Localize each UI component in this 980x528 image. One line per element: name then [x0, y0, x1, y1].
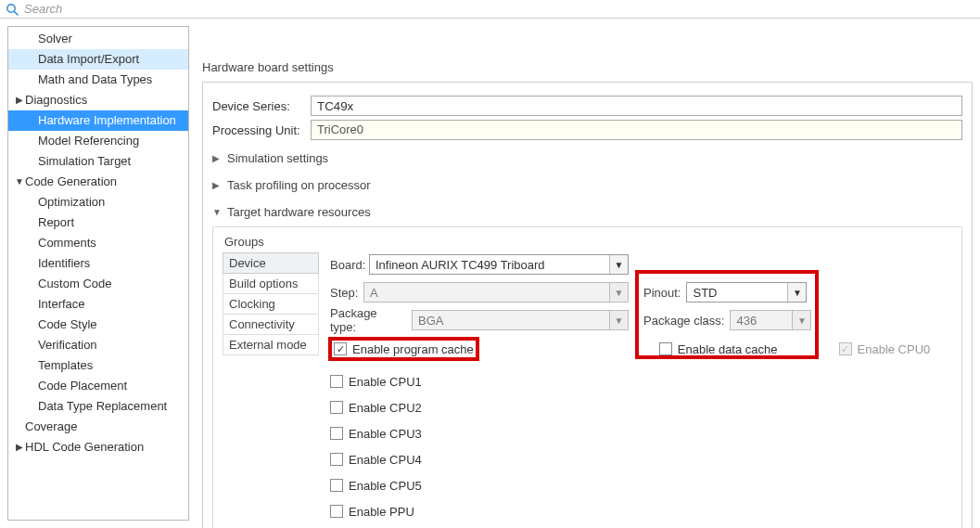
nav-item-label: Simulation Target — [38, 153, 131, 170]
enable-cpu2-row[interactable]: Enable CPU2 — [330, 397, 935, 418]
nav-item-label: Verification — [38, 337, 97, 354]
nav-item-math-and-data-types[interactable]: Math and Data Types — [8, 70, 188, 90]
task-profiling-toggle[interactable]: ▶ Task profiling on processor — [212, 171, 962, 198]
nav-item-label: Data Type Replacement — [38, 398, 167, 415]
package-type-value: BGA — [418, 314, 443, 328]
nav-item-hardware-implementation[interactable]: Hardware Implementation — [8, 110, 188, 131]
chevron-down-icon: ▼ — [14, 174, 25, 190]
nav-item-identifiers[interactable]: Identifiers — [8, 253, 188, 274]
search-bar[interactable]: Search — [0, 0, 980, 19]
enable-cpu4-label: Enable CPU4 — [349, 453, 422, 467]
device-series-label: Device Series: — [212, 99, 311, 113]
device-series-input[interactable] — [311, 96, 962, 116]
enable-cpu5-row[interactable]: Enable CPU5 — [330, 475, 935, 496]
nav-item-custom-code[interactable]: Custom Code — [8, 274, 188, 294]
nav-item-report[interactable]: Report — [8, 212, 188, 233]
nav-item-label: Custom Code — [38, 276, 111, 292]
nav-item-simulation-target[interactable]: Simulation Target — [8, 151, 188, 172]
chevron-down-icon: ▼ — [787, 283, 806, 302]
group-item-device[interactable]: Device — [223, 252, 319, 274]
nav-item-optimization[interactable]: Optimization — [8, 192, 188, 212]
enable-cpu1-row[interactable]: Enable CPU1 — [330, 371, 935, 392]
enable-cpu4-checkbox[interactable] — [330, 453, 343, 466]
group-item-connectivity[interactable]: Connectivity — [223, 315, 319, 335]
chevron-right-icon: ▶ — [14, 439, 25, 456]
task-profiling-label: Task profiling on processor — [227, 178, 371, 192]
nav-item-comments[interactable]: Comments — [8, 233, 188, 253]
nav-item-label: Identifiers — [38, 255, 90, 272]
nav-item-data-type-replacement[interactable]: Data Type Replacement — [8, 396, 188, 417]
nav-item-code-style[interactable]: Code Style — [8, 315, 188, 335]
nav-item-label: Solver — [38, 31, 72, 47]
enable-cpu1-label: Enable CPU1 — [349, 375, 422, 389]
nav-item-code-placement[interactable]: Code Placement — [8, 376, 188, 396]
nav-item-label: Optimization — [38, 194, 105, 211]
nav-item-label: Report — [38, 214, 74, 231]
enable-cpu4-row[interactable]: Enable CPU4 — [330, 449, 935, 470]
enable-ppu-row[interactable]: Enable PPU — [330, 501, 935, 522]
enable-program-cache-label: Enable program cache — [352, 342, 474, 356]
enable-program-cache-row[interactable]: Enable program cache — [330, 339, 477, 359]
enable-cpu3-row[interactable]: Enable CPU3 — [330, 423, 935, 444]
enable-cpu5-checkbox[interactable] — [330, 479, 343, 492]
package-class-dropdown: 436 ▼ — [730, 310, 811, 330]
package-type-dropdown: BGA ▼ — [412, 310, 629, 330]
enable-ppu-checkbox[interactable] — [330, 505, 343, 518]
chevron-down-icon: ▼ — [792, 311, 810, 329]
board-label: Board: — [330, 258, 363, 272]
enable-cpu0-row: Enable CPU0 — [839, 339, 931, 359]
nav-item-label: Model Referencing — [38, 133, 139, 149]
target-hardware-resources-panel: Groups DeviceBuild optionsClockingConnec… — [212, 226, 962, 528]
nav-item-solver[interactable]: Solver — [8, 29, 188, 49]
nav-item-label: HDL Code Generation — [25, 439, 144, 456]
nav-item-label: Math and Data Types — [38, 71, 152, 88]
enable-cpu0-label: Enable CPU0 — [858, 342, 931, 356]
pinout-value: STD — [693, 286, 717, 300]
nav-item-label: Templates — [38, 357, 93, 374]
processing-unit-input[interactable]: TriCore0 — [311, 120, 962, 140]
nav-item-verification[interactable]: Verification — [8, 335, 188, 355]
group-item-build-options[interactable]: Build options — [223, 274, 319, 294]
group-item-clocking[interactable]: Clocking — [223, 294, 319, 315]
nav-item-label: Hardware Implementation — [38, 112, 176, 129]
config-content: x Hardware board settings Device Series:… — [197, 19, 980, 528]
nav-item-data-import-export[interactable]: Data Import/Export — [8, 49, 188, 70]
enable-cpu0-checkbox — [839, 342, 852, 355]
enable-cpu5-label: Enable CPU5 — [349, 479, 422, 493]
groups-list: DeviceBuild optionsClockingConnectivityE… — [223, 252, 319, 522]
search-placeholder: Search — [24, 2, 62, 16]
svg-line-1 — [14, 11, 18, 15]
enable-cpu2-checkbox[interactable] — [330, 401, 343, 414]
chevron-down-icon: ▼ — [609, 255, 628, 274]
nav-item-label: Comments — [38, 235, 96, 251]
config-tree: SolverData Import/ExportMath and Data Ty… — [7, 26, 189, 521]
search-icon — [6, 3, 19, 16]
enable-ppu-label: Enable PPU — [349, 505, 414, 519]
enable-program-cache-checkbox[interactable] — [334, 342, 347, 355]
chevron-down-icon: ▼ — [212, 207, 223, 217]
enable-data-cache-row[interactable]: Enable data cache — [659, 339, 778, 359]
nav-item-hdl-code-generation[interactable]: ▶HDL Code Generation — [8, 437, 188, 457]
enable-data-cache-label: Enable data cache — [678, 342, 778, 356]
nav-item-coverage[interactable]: Coverage — [8, 417, 188, 437]
step-dropdown: A ▼ — [363, 282, 629, 303]
target-hardware-resources-toggle[interactable]: ▼ Target hardware resources — [212, 198, 962, 225]
simulation-settings-label: Simulation settings — [227, 151, 328, 165]
group-item-external-mode[interactable]: External mode — [223, 335, 319, 355]
nav-item-interface[interactable]: Interface — [8, 294, 188, 315]
enable-cpu3-checkbox[interactable] — [330, 427, 343, 440]
nav-item-templates[interactable]: Templates — [8, 355, 188, 376]
step-value: A — [370, 286, 378, 300]
hardware-board-settings-panel: Device Series: Processing Unit: TriCore0… — [202, 82, 973, 528]
nav-item-model-referencing[interactable]: Model Referencing — [8, 131, 188, 151]
simulation-settings-toggle[interactable]: ▶ Simulation settings — [212, 144, 962, 171]
nav-item-label: Code Placement — [38, 378, 127, 394]
enable-data-cache-checkbox[interactable] — [659, 342, 672, 355]
pinout-dropdown[interactable]: STD ▼ — [686, 282, 807, 303]
enable-cpu1-checkbox[interactable] — [330, 375, 343, 388]
nav-item-diagnostics[interactable]: ▶Diagnostics — [8, 90, 188, 110]
board-dropdown[interactable]: Infineon AURIX TC499 Triboard ▼ — [369, 254, 629, 275]
nav-item-code-generation[interactable]: ▼Code Generation — [8, 172, 188, 192]
board-value: Infineon AURIX TC499 Triboard — [375, 258, 545, 272]
groups-heading: Groups — [223, 235, 952, 252]
